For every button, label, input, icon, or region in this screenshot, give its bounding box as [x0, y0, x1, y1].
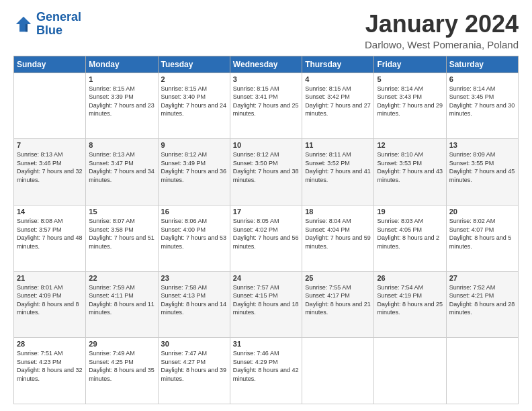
weekday-header: Saturday — [446, 56, 518, 73]
day-info: Sunrise: 7:46 AMSunset: 4:29 PMDaylight:… — [233, 349, 299, 383]
calendar-week-row: 1Sunrise: 8:15 AMSunset: 3:39 PMDaylight… — [14, 73, 519, 139]
calendar-cell: 28Sunrise: 7:51 AMSunset: 4:23 PMDayligh… — [14, 338, 86, 404]
calendar-cell: 25Sunrise: 7:55 AMSunset: 4:17 PMDayligh… — [302, 271, 374, 338]
day-info: Sunrise: 8:03 AMSunset: 4:05 PMDaylight:… — [377, 217, 443, 250]
day-info: Sunrise: 7:57 AMSunset: 4:15 PMDaylight:… — [233, 283, 299, 317]
day-number: 16 — [161, 208, 227, 216]
calendar-cell: 3Sunrise: 8:15 AMSunset: 3:41 PMDaylight… — [230, 73, 302, 139]
day-number: 7 — [17, 141, 83, 149]
day-info: Sunrise: 8:14 AMSunset: 3:45 PMDaylight:… — [449, 85, 515, 118]
day-info: Sunrise: 8:07 AMSunset: 3:58 PMDaylight:… — [89, 217, 154, 250]
day-number: 23 — [161, 274, 227, 282]
calendar-cell: 14Sunrise: 8:08 AMSunset: 3:57 PMDayligh… — [14, 205, 86, 271]
calendar-cell: 15Sunrise: 8:07 AMSunset: 3:58 PMDayligh… — [86, 205, 158, 271]
day-number: 2 — [161, 75, 227, 83]
day-info: Sunrise: 8:10 AMSunset: 3:53 PMDaylight:… — [377, 150, 443, 184]
calendar-cell: 24Sunrise: 7:57 AMSunset: 4:15 PMDayligh… — [230, 271, 302, 338]
calendar-cell: 30Sunrise: 7:47 AMSunset: 4:27 PMDayligh… — [158, 338, 230, 404]
day-info: Sunrise: 8:08 AMSunset: 3:57 PMDaylight:… — [17, 217, 83, 250]
day-number: 3 — [233, 75, 299, 83]
calendar-cell: 5Sunrise: 8:14 AMSunset: 3:43 PMDaylight… — [374, 73, 446, 139]
calendar-cell — [446, 338, 518, 404]
calendar-cell: 29Sunrise: 7:49 AMSunset: 4:25 PMDayligh… — [86, 338, 158, 404]
day-info: Sunrise: 8:14 AMSunset: 3:43 PMDaylight:… — [377, 85, 443, 118]
day-number: 31 — [233, 340, 299, 348]
calendar-cell — [14, 73, 86, 139]
calendar-cell: 7Sunrise: 8:13 AMSunset: 3:46 PMDaylight… — [14, 139, 86, 205]
day-number: 22 — [89, 274, 154, 282]
day-number: 18 — [305, 208, 371, 216]
calendar-header-row: SundayMondayTuesdayWednesdayThursdayFrid… — [14, 56, 519, 73]
svg-marker-0 — [16, 17, 32, 32]
day-number: 28 — [17, 340, 83, 348]
day-info: Sunrise: 7:55 AMSunset: 4:17 PMDaylight:… — [305, 283, 371, 317]
calendar-cell: 12Sunrise: 8:10 AMSunset: 3:53 PMDayligh… — [374, 139, 446, 205]
calendar-week-row: 21Sunrise: 8:01 AMSunset: 4:09 PMDayligh… — [14, 271, 519, 338]
day-number: 29 — [89, 340, 154, 348]
calendar-cell: 11Sunrise: 8:11 AMSunset: 3:52 PMDayligh… — [302, 139, 374, 205]
day-info: Sunrise: 7:51 AMSunset: 4:23 PMDaylight:… — [17, 349, 83, 383]
weekday-header: Sunday — [14, 56, 86, 73]
calendar-cell: 10Sunrise: 8:12 AMSunset: 3:50 PMDayligh… — [230, 139, 302, 205]
day-info: Sunrise: 8:15 AMSunset: 3:41 PMDaylight:… — [233, 85, 299, 118]
calendar-cell — [374, 338, 446, 404]
calendar-cell: 18Sunrise: 8:04 AMSunset: 4:04 PMDayligh… — [302, 205, 374, 271]
calendar-cell: 2Sunrise: 8:15 AMSunset: 3:40 PMDaylight… — [158, 73, 230, 139]
day-info: Sunrise: 7:47 AMSunset: 4:27 PMDaylight:… — [161, 349, 227, 383]
calendar-cell: 19Sunrise: 8:03 AMSunset: 4:05 PMDayligh… — [374, 205, 446, 271]
calendar-cell: 21Sunrise: 8:01 AMSunset: 4:09 PMDayligh… — [14, 271, 86, 338]
day-number: 10 — [233, 141, 299, 149]
day-info: Sunrise: 8:11 AMSunset: 3:52 PMDaylight:… — [305, 150, 371, 184]
day-info: Sunrise: 7:54 AMSunset: 4:19 PMDaylight:… — [377, 283, 443, 317]
calendar-table: SundayMondayTuesdayWednesdayThursdayFrid… — [13, 56, 519, 404]
day-number: 15 — [89, 208, 154, 216]
location: Darlowo, West Pomerania, Poland — [365, 39, 519, 50]
day-number: 19 — [377, 208, 443, 216]
day-number: 8 — [89, 141, 154, 149]
day-number: 12 — [377, 141, 443, 149]
day-number: 27 — [449, 274, 515, 282]
day-number: 17 — [233, 208, 299, 216]
weekday-header: Wednesday — [230, 56, 302, 73]
day-info: Sunrise: 8:13 AMSunset: 3:46 PMDaylight:… — [17, 150, 83, 184]
title-block: January 2024 Darlowo, West Pomerania, Po… — [365, 11, 519, 50]
day-number: 24 — [233, 274, 299, 282]
calendar-cell: 22Sunrise: 7:59 AMSunset: 4:11 PMDayligh… — [86, 271, 158, 338]
day-info: Sunrise: 7:59 AMSunset: 4:11 PMDaylight:… — [89, 283, 154, 317]
day-number: 11 — [305, 141, 371, 149]
calendar-cell: 13Sunrise: 8:09 AMSunset: 3:55 PMDayligh… — [446, 139, 518, 205]
calendar-cell: 4Sunrise: 8:15 AMSunset: 3:42 PMDaylight… — [302, 73, 374, 139]
calendar-cell: 26Sunrise: 7:54 AMSunset: 4:19 PMDayligh… — [374, 271, 446, 338]
calendar-cell: 23Sunrise: 7:58 AMSunset: 4:13 PMDayligh… — [158, 271, 230, 338]
day-info: Sunrise: 8:13 AMSunset: 3:47 PMDaylight:… — [89, 150, 154, 184]
day-info: Sunrise: 8:09 AMSunset: 3:55 PMDaylight:… — [449, 150, 515, 184]
day-info: Sunrise: 8:12 AMSunset: 3:50 PMDaylight:… — [233, 150, 299, 184]
calendar-cell: 27Sunrise: 7:52 AMSunset: 4:21 PMDayligh… — [446, 271, 518, 338]
calendar-week-row: 14Sunrise: 8:08 AMSunset: 3:57 PMDayligh… — [14, 205, 519, 271]
day-number: 30 — [161, 340, 227, 348]
day-number: 6 — [449, 75, 515, 83]
calendar-cell: 8Sunrise: 8:13 AMSunset: 3:47 PMDaylight… — [86, 139, 158, 205]
day-info: Sunrise: 8:15 AMSunset: 3:42 PMDaylight:… — [305, 85, 371, 118]
weekday-header: Monday — [86, 56, 158, 73]
logo-text: General Blue — [36, 11, 81, 38]
logo: General Blue — [13, 11, 81, 38]
calendar-cell: 1Sunrise: 8:15 AMSunset: 3:39 PMDaylight… — [86, 73, 158, 139]
day-info: Sunrise: 8:15 AMSunset: 3:39 PMDaylight:… — [89, 85, 154, 118]
logo-icon — [13, 14, 34, 34]
logo-line2: Blue — [36, 24, 62, 37]
day-number: 4 — [305, 75, 371, 83]
day-info: Sunrise: 8:12 AMSunset: 3:49 PMDaylight:… — [161, 150, 227, 184]
weekday-header: Tuesday — [158, 56, 230, 73]
day-number: 1 — [89, 75, 154, 83]
day-info: Sunrise: 8:05 AMSunset: 4:02 PMDaylight:… — [233, 217, 299, 250]
day-number: 21 — [17, 274, 83, 282]
day-number: 14 — [17, 208, 83, 216]
calendar-cell: 20Sunrise: 8:02 AMSunset: 4:07 PMDayligh… — [446, 205, 518, 271]
weekday-header: Friday — [374, 56, 446, 73]
calendar-week-row: 28Sunrise: 7:51 AMSunset: 4:23 PMDayligh… — [14, 338, 519, 404]
calendar-cell: 17Sunrise: 8:05 AMSunset: 4:02 PMDayligh… — [230, 205, 302, 271]
page: General Blue January 2024 Darlowo, West … — [0, 0, 532, 411]
day-number: 25 — [305, 274, 371, 282]
calendar-week-row: 7Sunrise: 8:13 AMSunset: 3:46 PMDaylight… — [14, 139, 519, 205]
